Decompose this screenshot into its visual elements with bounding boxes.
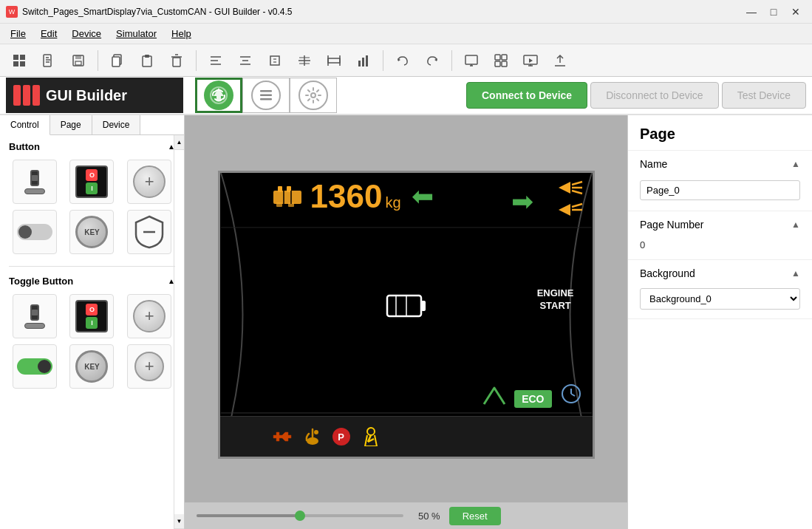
svg-rect-4: [44, 55, 51, 66]
window-controls: — □ ✕: [741, 1, 806, 22]
page-name-input[interactable]: [640, 180, 800, 200]
toolbar-device-preview-btn[interactable]: [458, 47, 485, 74]
background-select[interactable]: Background_0 Background_1 Background_2: [640, 288, 800, 310]
weight-value: 1360: [310, 180, 383, 213]
menu-file[interactable]: File: [3, 25, 33, 42]
tab-control[interactable]: Control: [0, 115, 50, 135]
svg-rect-49: [260, 90, 272, 92]
weight-unit: kg: [385, 194, 400, 211]
svg-point-76: [314, 430, 318, 434]
connect-to-device-button[interactable]: Connect to Device: [466, 82, 587, 109]
tab-page[interactable]: Page: [50, 115, 92, 134]
tab-device[interactable]: Device: [92, 115, 141, 134]
svg-line-63: [572, 182, 582, 185]
widget-slider-plus[interactable]: +: [123, 160, 175, 204]
toolbar-grid-btn[interactable]: [488, 47, 514, 74]
weight-display: 1360 kg ⬅: [272, 180, 434, 213]
name-section-header[interactable]: Name ▲: [628, 151, 812, 176]
widget-shield-minus[interactable]: [123, 210, 175, 254]
widget-plus-2[interactable]: +: [123, 294, 175, 338]
disconnect-to-device-button[interactable]: Disconnect to Device: [590, 82, 719, 109]
svg-rect-15: [173, 58, 180, 66]
toolbar-delete-btn[interactable]: [163, 47, 190, 74]
widget-key-button-2[interactable]: KEY: [66, 344, 118, 389]
page-number-section-header[interactable]: Page Number ▲: [628, 211, 812, 236]
scroll-up-arrow[interactable]: ▲: [174, 135, 184, 150]
toolbar-undo-btn[interactable]: [389, 47, 416, 74]
toolbar-upload-btn[interactable]: [547, 47, 573, 74]
svg-rect-12: [112, 57, 120, 66]
menu-help[interactable]: Help: [164, 25, 199, 42]
widget-toggle-knob-dark[interactable]: [9, 160, 61, 204]
svg-rect-9: [75, 55, 81, 59]
menu-edit[interactable]: Edit: [33, 25, 64, 42]
right-panel-title: Page: [628, 115, 812, 151]
button-widget-grid: O I +: [0, 157, 184, 263]
svg-rect-2: [13, 61, 18, 66]
menu-simulator[interactable]: Simulator: [109, 25, 164, 42]
arrow-left-icon: ⬅: [412, 181, 434, 212]
zoom-percent: 50 %: [418, 511, 440, 522]
toolbar-save-btn[interactable]: [65, 47, 92, 74]
zoom-slider-track: [197, 514, 403, 517]
toolbar-redo-btn[interactable]: [419, 47, 446, 74]
list-icon: [251, 81, 281, 110]
toggle-section-header: Toggle Button ▲: [0, 270, 184, 291]
widget-key-button[interactable]: KEY: [66, 210, 118, 254]
widget-plus-circle[interactable]: +: [123, 344, 175, 389]
toolbar-copy-btn[interactable]: [104, 47, 131, 74]
page-number-section: Page Number ▲ 0: [628, 211, 812, 260]
svg-rect-57: [278, 186, 282, 192]
toolbar-new-btn[interactable]: [35, 47, 62, 74]
seatbelt-warning-icon: [362, 427, 380, 446]
engine-warning-icon: [272, 429, 293, 444]
toolbar-align-right-btn[interactable]: [262, 47, 288, 74]
widget-toggle-switch-on[interactable]: [9, 344, 61, 389]
reset-button[interactable]: Reset: [449, 507, 501, 525]
toolbar-spacing-btn[interactable]: [321, 47, 347, 74]
toolbar-distribute-btn[interactable]: [291, 47, 318, 74]
header-icon-btn-settings[interactable]: [290, 78, 337, 113]
svg-rect-50: [260, 95, 272, 97]
test-device-button[interactable]: Test Device: [722, 82, 806, 109]
canvas-wrapper: 1360 kg ⬅ ➡: [185, 127, 627, 502]
widget-toggle-orange-2[interactable]: O I: [66, 294, 118, 338]
background-section-header[interactable]: Background ▲: [628, 260, 812, 285]
widget-toggle-orange[interactable]: O I: [66, 160, 118, 204]
oil-warning-icon: [304, 428, 321, 446]
scroll-arrows: ▲ ▼: [174, 135, 184, 529]
name-section: Name ▲: [628, 151, 812, 211]
svg-rect-10: [75, 61, 81, 65]
name-chevron-icon: ▲: [791, 159, 800, 169]
widget-toggle-knob-2[interactable]: [9, 294, 61, 338]
toolbar-paste-btn[interactable]: [134, 47, 160, 74]
page-number-value: 0: [628, 236, 812, 259]
name-label: Name: [640, 158, 667, 170]
svg-rect-68: [387, 296, 421, 316]
background-section: Background ▲ Background_0 Background_1 B…: [628, 260, 812, 319]
toolbar-align-left-btn[interactable]: [202, 47, 229, 74]
battery-icon: [386, 291, 427, 323]
svg-rect-31: [328, 58, 340, 63]
maximize-button[interactable]: □: [763, 1, 784, 22]
display-canvas[interactable]: 1360 kg ⬅ ➡: [218, 171, 595, 459]
toolbar-chart-btn[interactable]: [350, 47, 377, 74]
header-icon-btn-main[interactable]: [195, 78, 242, 113]
minimize-button[interactable]: —: [741, 1, 762, 22]
svg-rect-0: [13, 55, 18, 60]
toolbar-monitor-btn[interactable]: [517, 47, 544, 74]
widget-toggle-switch-off[interactable]: [9, 210, 61, 254]
svg-rect-51: [260, 98, 272, 100]
eco-arrow: [481, 385, 508, 409]
menu-device[interactable]: Device: [64, 25, 109, 42]
svg-rect-36: [366, 55, 368, 66]
close-button[interactable]: ✕: [785, 1, 806, 22]
canvas-area: 1360 kg ⬅ ➡: [185, 115, 627, 529]
toolbar-layout-btn[interactable]: [6, 47, 33, 74]
logo-stripes: [13, 85, 40, 106]
header-icon-btn-list[interactable]: [242, 78, 290, 113]
left-panel: Control Page Device ▲ ▼ Button ▲: [0, 115, 185, 529]
toolbar-align-center-btn[interactable]: [232, 47, 259, 74]
headlight-icons: [557, 179, 584, 219]
scroll-down-arrow[interactable]: ▼: [174, 514, 184, 529]
